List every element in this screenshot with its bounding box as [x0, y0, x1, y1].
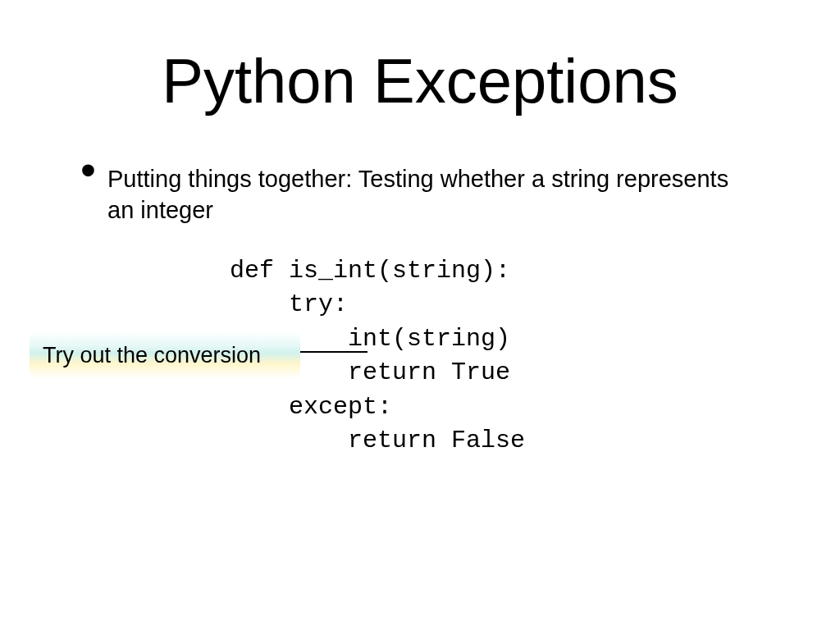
callout: Try out the conversion — [30, 326, 308, 384]
slide: Python Exceptions • Putting things toget… — [0, 0, 840, 630]
callout-label: Try out the conversion — [43, 343, 261, 368]
bullet-icon: • — [80, 148, 96, 192]
callout-box: Try out the conversion — [30, 331, 300, 379]
callout-connector — [300, 351, 368, 353]
slide-title: Python Exceptions — [0, 45, 840, 116]
bullet-text: Putting things together: Testing whether… — [107, 164, 756, 226]
